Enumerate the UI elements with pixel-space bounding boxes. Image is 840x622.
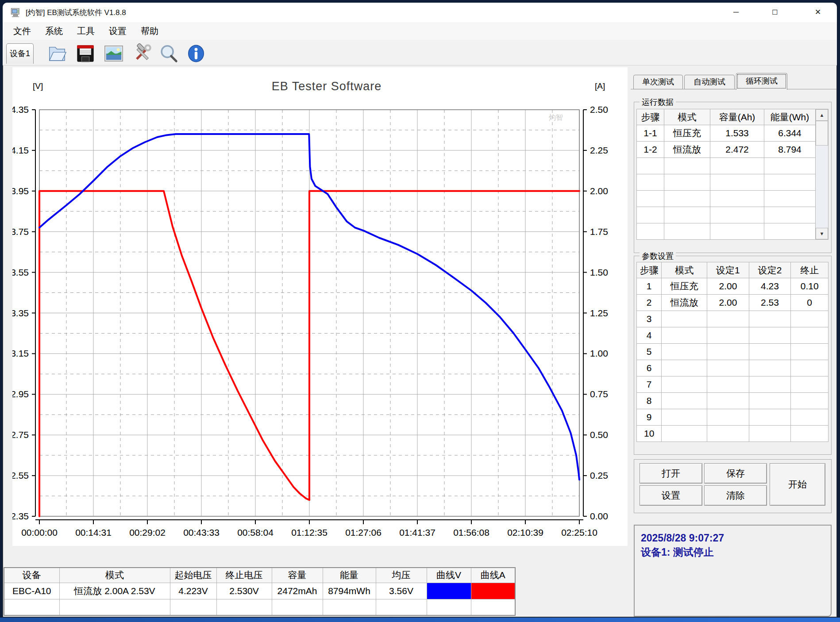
cell[interactable] <box>427 599 471 615</box>
cell[interactable] <box>664 158 710 174</box>
cell[interactable]: 1.533 <box>710 125 764 142</box>
cell[interactable]: 4.23 <box>749 278 791 295</box>
cell[interactable] <box>707 360 749 376</box>
maximize-button[interactable]: ☐ <box>760 3 790 22</box>
cell[interactable]: 5 <box>637 344 662 360</box>
minimize-button[interactable]: ─ <box>721 3 751 22</box>
cell[interactable]: 恒流放 <box>664 142 710 158</box>
cell[interactable] <box>216 599 272 615</box>
cell[interactable] <box>637 223 664 240</box>
curve-a-swatch[interactable] <box>471 583 515 599</box>
cell[interactable]: 8 <box>637 393 662 409</box>
cell[interactable]: 恒压充 <box>662 278 707 295</box>
open-file-icon[interactable] <box>47 43 67 64</box>
cell[interactable] <box>791 376 828 393</box>
cell[interactable]: 4 <box>637 327 662 344</box>
cell[interactable] <box>662 376 707 393</box>
cell[interactable]: 2.00 <box>707 295 749 311</box>
cell[interactable] <box>749 327 791 344</box>
tools-icon[interactable] <box>132 43 152 64</box>
cell[interactable]: 2.53 <box>749 295 791 311</box>
cell[interactable]: 1-1 <box>637 125 664 142</box>
info-icon[interactable] <box>186 43 206 64</box>
close-button[interactable]: ✕ <box>799 3 836 22</box>
scroll-thumb[interactable] <box>816 121 828 146</box>
cell[interactable] <box>637 158 664 174</box>
settings-button[interactable]: 设置 <box>640 485 702 506</box>
cell[interactable] <box>791 393 828 409</box>
cell[interactable] <box>707 327 749 344</box>
cell[interactable] <box>791 327 828 344</box>
cell[interactable] <box>707 426 749 442</box>
cell[interactable] <box>664 174 710 191</box>
cell[interactable] <box>791 426 828 442</box>
run-data-scrollbar[interactable]: ▲ ▼ <box>815 109 828 240</box>
cell[interactable] <box>764 191 816 207</box>
cell[interactable] <box>662 426 707 442</box>
cell[interactable] <box>764 223 816 240</box>
zoom-icon[interactable] <box>158 43 179 64</box>
cell[interactable]: 6.344 <box>764 125 816 142</box>
cell[interactable] <box>664 207 710 223</box>
cell[interactable]: 0 <box>791 295 828 311</box>
cell[interactable]: 恒压充 <box>664 125 710 142</box>
cell[interactable]: 2.530V <box>216 583 272 599</box>
cell[interactable] <box>710 191 764 207</box>
cell[interactable] <box>662 344 707 360</box>
cell[interactable] <box>707 393 749 409</box>
cell[interactable] <box>707 344 749 360</box>
save-button[interactable]: 保存 <box>704 463 767 484</box>
cell[interactable] <box>749 393 791 409</box>
cell[interactable] <box>662 393 707 409</box>
save-icon[interactable] <box>75 43 96 64</box>
cell[interactable]: 2.00 <box>707 278 749 295</box>
menu-item-0[interactable]: 文件 <box>6 23 38 39</box>
cell[interactable] <box>710 223 764 240</box>
cell[interactable]: 1-2 <box>637 142 664 158</box>
cell[interactable] <box>59 599 170 615</box>
cell[interactable] <box>707 376 749 393</box>
cell[interactable] <box>664 223 710 240</box>
menu-item-1[interactable]: 系统 <box>38 23 70 39</box>
cell[interactable] <box>272 599 323 615</box>
cell[interactable]: 2 <box>637 295 662 311</box>
cell[interactable] <box>791 311 828 327</box>
cell[interactable]: EBC-A10 <box>4 583 59 599</box>
menu-item-4[interactable]: 帮助 <box>134 23 166 39</box>
menu-item-3[interactable]: 设置 <box>102 23 134 39</box>
cell[interactable]: 2.472 <box>710 142 764 158</box>
cell[interactable] <box>662 311 707 327</box>
cell[interactable] <box>710 174 764 191</box>
cell[interactable] <box>710 158 764 174</box>
cell[interactable]: 7 <box>637 376 662 393</box>
cell[interactable] <box>664 191 710 207</box>
cell[interactable] <box>764 158 816 174</box>
cell[interactable] <box>376 599 427 615</box>
device-tab[interactable]: 设备1 <box>6 43 34 64</box>
cell[interactable] <box>637 207 664 223</box>
cell[interactable]: 2472mAh <box>272 583 323 599</box>
cell[interactable] <box>749 426 791 442</box>
cell[interactable] <box>764 174 816 191</box>
cell[interactable] <box>749 344 791 360</box>
cell[interactable]: 3 <box>637 311 662 327</box>
cell[interactable]: 8794mWh <box>323 583 376 599</box>
cell[interactable] <box>791 344 828 360</box>
cell[interactable] <box>707 409 749 426</box>
clear-button[interactable]: 清除 <box>704 485 767 506</box>
cell[interactable] <box>4 599 59 615</box>
tab-自动测试[interactable]: 自动测试 <box>684 75 735 89</box>
cell[interactable]: 3.56V <box>376 583 427 599</box>
cell[interactable] <box>662 360 707 376</box>
menu-item-2[interactable]: 工具 <box>70 23 102 39</box>
cell[interactable] <box>637 174 664 191</box>
start-button[interactable]: 开始 <box>770 463 825 506</box>
cell[interactable]: 0.10 <box>791 278 828 295</box>
cell[interactable] <box>749 311 791 327</box>
cell[interactable]: 1 <box>637 278 662 295</box>
cell[interactable] <box>471 599 515 615</box>
curve-v-swatch[interactable] <box>427 583 471 599</box>
cell[interactable] <box>791 360 828 376</box>
open-button[interactable]: 打开 <box>640 463 702 484</box>
tab-单次测试[interactable]: 单次测试 <box>633 75 683 89</box>
